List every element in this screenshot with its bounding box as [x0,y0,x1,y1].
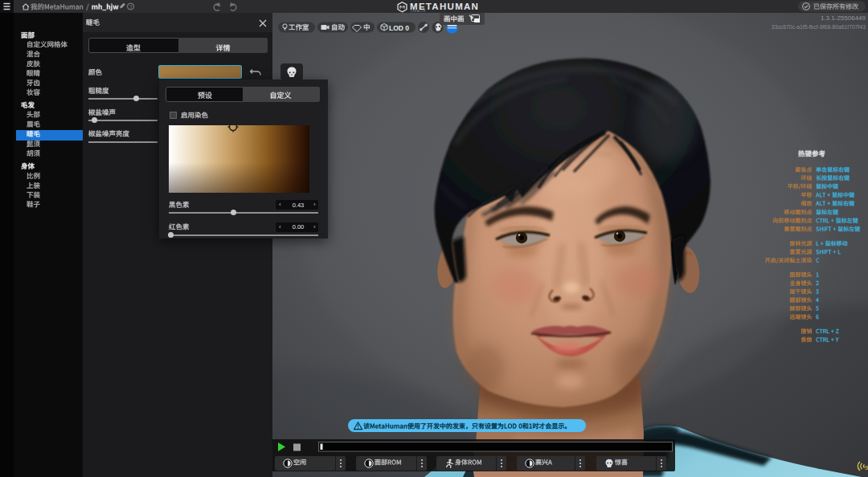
svg-text:CREATOR: CREATOR [411,10,427,13]
svg-text:9: 9 [865,464,868,471]
svg-text:?: ? [129,4,133,10]
